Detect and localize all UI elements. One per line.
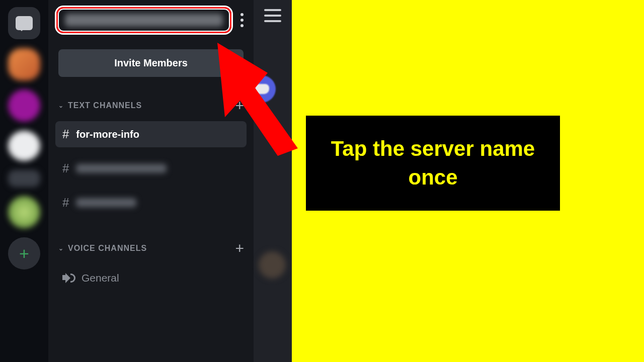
add-channel-button[interactable]: + — [235, 97, 245, 114]
discord-app-region: + Invite Members ⌄ TEXT CHANNELS + # for… — [0, 0, 292, 362]
instruction-callout: Tap the server name once — [306, 116, 560, 211]
channel-for-more-info[interactable]: # for-more-info — [55, 121, 247, 147]
add-server-button[interactable]: + — [8, 237, 40, 269]
server-header — [48, 0, 254, 40]
section-label: TEXT CHANNELS — [68, 101, 142, 110]
voice-channel-label: General — [82, 272, 119, 284]
server-name-blurred — [65, 14, 223, 27]
server-more-options[interactable] — [235, 13, 249, 27]
section-label: VOICE CHANNELS — [68, 244, 147, 253]
avatar-blurred — [259, 251, 286, 279]
hash-icon: # — [62, 196, 69, 210]
chat-bubble-icon — [16, 16, 33, 30]
server-icon-blurred[interactable] — [8, 48, 40, 80]
server-rail: + — [0, 0, 48, 362]
chevron-down-icon: ⌄ — [58, 245, 64, 252]
hash-icon: # — [62, 161, 69, 175]
add-voice-channel-button[interactable]: + — [235, 240, 245, 257]
server-icon-blurred[interactable] — [8, 89, 40, 122]
channel-blurred[interactable]: # — [55, 190, 247, 216]
direct-messages-button[interactable] — [8, 7, 40, 39]
plus-icon: + — [19, 244, 29, 263]
server-icon-blurred[interactable] — [8, 196, 40, 228]
text-channels-header[interactable]: ⌄ TEXT CHANNELS + — [48, 77, 254, 117]
channel-panel: Invite Members ⌄ TEXT CHANNELS + # for-m… — [48, 0, 254, 362]
chat-area-sliver — [254, 0, 292, 362]
speaker-icon — [62, 273, 73, 284]
invite-members-button[interactable]: Invite Members — [58, 49, 244, 77]
hash-icon: # — [62, 127, 69, 141]
voice-channel-general[interactable]: General — [55, 266, 247, 290]
channel-label: for-more-info — [76, 129, 139, 140]
server-name-button[interactable] — [56, 7, 231, 33]
server-icon-blurred[interactable] — [8, 131, 40, 161]
channel-label-blurred — [76, 164, 167, 173]
voice-channels-header[interactable]: ⌄ VOICE CHANNELS + — [48, 220, 254, 260]
chevron-down-icon: ⌄ — [58, 102, 64, 109]
server-icon-blurred[interactable] — [8, 170, 40, 187]
hamburger-menu-button[interactable] — [264, 9, 281, 22]
channel-label-blurred — [76, 198, 136, 207]
channel-blurred[interactable]: # — [55, 155, 247, 182]
discord-logo-icon — [249, 75, 276, 103]
